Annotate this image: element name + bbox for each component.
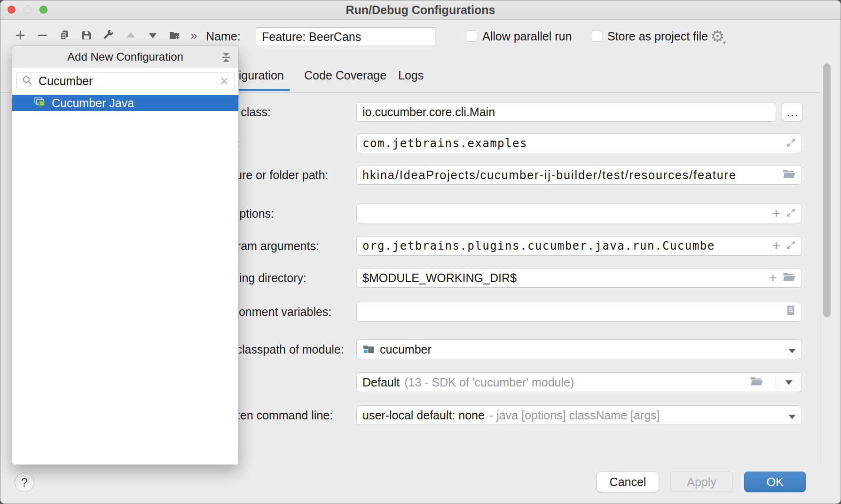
name-label: Name: xyxy=(206,27,241,46)
program-arguments-field[interactable]: org.jetbrains.plugins.cucumber.java.run.… xyxy=(356,236,802,256)
collapse-all-icon[interactable] xyxy=(220,51,232,65)
list-item-cucumber-java[interactable]: Cucumber Java xyxy=(12,95,238,111)
window-title: Run/Debug Configurations xyxy=(0,0,841,19)
module-icon xyxy=(362,343,375,355)
search-query: Cucumber xyxy=(39,74,93,88)
dropdown-icon[interactable] xyxy=(788,409,796,422)
browse-ellipsis-button[interactable]: … xyxy=(782,102,803,122)
gear-icon[interactable]: ⚙▾ xyxy=(710,28,728,48)
folder-icon[interactable] xyxy=(750,376,763,389)
glue-field[interactable]: com.jetbrains.examples xyxy=(356,134,802,153)
add-icon[interactable] xyxy=(14,29,26,42)
checkbox-box[interactable] xyxy=(591,31,602,42)
jre-combo[interactable]: Default (13 - SDK of 'cucumber' module) xyxy=(356,372,802,392)
add-icon[interactable]: + xyxy=(772,209,780,218)
environment-variables-icon[interactable] xyxy=(786,305,796,319)
apply-button[interactable]: Apply xyxy=(670,472,733,492)
search-input[interactable]: Cucumber ✕ xyxy=(16,72,235,90)
run-debug-configurations-dialog: Run/Debug Configurations » Name: Allow p… xyxy=(0,0,841,504)
popup-header: Add New Configuration xyxy=(12,46,238,68)
move-up-icon[interactable] xyxy=(124,29,137,42)
cucumber-java-icon xyxy=(34,97,47,109)
add-new-configuration-popup: Add New Configuration Cucumber ✕ Cucumbe… xyxy=(12,46,239,465)
save-icon[interactable] xyxy=(80,29,93,42)
name-input[interactable] xyxy=(256,27,435,46)
tab-logs[interactable]: Logs xyxy=(398,61,424,90)
folder-icon[interactable] xyxy=(783,168,796,182)
tab-code-coverage[interactable]: Code Coverage xyxy=(304,61,386,90)
content-right-border xyxy=(820,93,820,465)
expand-icon[interactable] xyxy=(786,207,796,220)
vm-options-field[interactable]: + xyxy=(356,204,802,223)
clear-search-icon[interactable]: ✕ xyxy=(220,75,229,88)
folder-icon[interactable] xyxy=(783,271,796,285)
dropdown-icon xyxy=(785,380,793,385)
popup-title: Add New Configuration xyxy=(12,46,238,68)
copy-icon[interactable] xyxy=(58,29,71,42)
edit-templates-icon[interactable] xyxy=(102,29,115,42)
title-bar: Run/Debug Configurations xyxy=(0,0,841,20)
add-icon[interactable]: + xyxy=(772,241,780,251)
add-icon[interactable]: + xyxy=(769,273,777,283)
use-classpath-dropdown[interactable]: cucumber xyxy=(356,339,802,359)
dropdown-icon[interactable] xyxy=(788,343,796,356)
environment-variables-field[interactable] xyxy=(356,302,802,322)
ok-button[interactable]: OK xyxy=(744,472,806,492)
allow-parallel-run-checkbox[interactable]: Allow parallel run xyxy=(466,27,572,46)
move-down-icon[interactable] xyxy=(146,29,159,42)
list-item-label: Cucumber Java xyxy=(52,96,134,110)
working-directory-field[interactable]: $MODULE_WORKING_DIR$ + xyxy=(356,268,802,288)
scrollbar-thumb[interactable] xyxy=(823,63,831,317)
jre-dropdown-button[interactable] xyxy=(776,376,802,389)
new-folder-icon[interactable] xyxy=(168,29,181,42)
cancel-button[interactable]: Cancel xyxy=(597,472,659,492)
main-class-field[interactable]: io.cucumber.core.cli.Main xyxy=(356,102,776,122)
feature-path-field[interactable]: hkina/IdeaProjects/cucumber-ij-builder/t… xyxy=(356,165,802,185)
expand-icon[interactable] xyxy=(786,239,796,253)
configurations-toolbar: » xyxy=(14,27,197,44)
help-button[interactable]: ? xyxy=(15,472,34,492)
expand-icon[interactable] xyxy=(786,137,796,150)
search-icon xyxy=(22,75,32,87)
remove-icon[interactable] xyxy=(36,29,48,42)
more-chevron-icon[interactable]: » xyxy=(190,29,197,42)
store-as-project-file-checkbox[interactable]: Store as project file xyxy=(591,27,708,46)
checkbox-box[interactable] xyxy=(466,31,477,42)
shorten-command-line-dropdown[interactable]: user-local default: none - java [options… xyxy=(356,405,802,425)
